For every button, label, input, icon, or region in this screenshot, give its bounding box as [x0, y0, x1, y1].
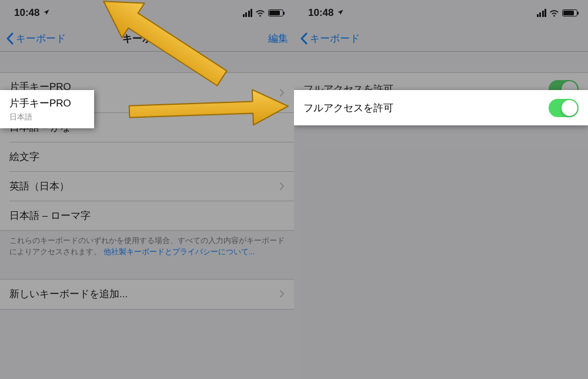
keyboard-row[interactable]: 日本語 – ローマ字 [0, 201, 294, 230]
footer-note: これらのキーボードのいずれかを使用する場合、すべての入力内容がキーボードによりア… [0, 231, 294, 258]
row-title: 英語（日本） [9, 179, 280, 193]
highlight-subtitle: 日本語 [9, 112, 85, 122]
status-bar: 10:48 [294, 0, 588, 26]
status-bar: 10:48 [0, 0, 294, 26]
dim-overlay [294, 0, 588, 379]
location-icon [43, 8, 50, 18]
highlight-keyboard-row: 片手キーPRO 日本語 [0, 90, 94, 128]
chevron-right-icon [280, 89, 285, 97]
nav-bar: キーボード [294, 26, 588, 52]
left-screen: 10:48 キーボード キーボード 編集 [0, 0, 294, 379]
highlight-title: 片手キーPRO [9, 97, 85, 110]
battery-icon [268, 9, 283, 16]
edit-button[interactable]: 編集 [268, 32, 288, 45]
row-title: 絵文字 [9, 150, 285, 164]
back-button[interactable]: キーボード [6, 32, 66, 45]
highlight-full-access-row: フルアクセスを許可 [294, 90, 588, 125]
wifi-icon [255, 8, 265, 18]
right-screen: 10:48 キーボード フルア [294, 0, 588, 379]
status-time: 10:48 [308, 7, 333, 19]
row-title: 新しいキーボードを追加... [9, 287, 280, 301]
highlight-label: フルアクセスを許可 [303, 101, 393, 115]
location-icon [337, 8, 344, 18]
back-button[interactable]: キーボード [300, 32, 360, 45]
keyboard-row[interactable]: 絵文字 [0, 142, 294, 171]
add-keyboard-group: 新しいキーボードを追加... [0, 279, 294, 310]
chevron-right-icon [280, 290, 285, 298]
wifi-icon [549, 8, 559, 18]
status-time: 10:48 [14, 7, 39, 19]
chevron-left-icon [6, 32, 14, 45]
keyboard-row[interactable]: 英語（日本） [0, 171, 294, 201]
row-title: 日本語 – ローマ字 [9, 209, 285, 222]
add-keyboard-row[interactable]: 新しいキーボードを追加... [0, 280, 294, 309]
cellular-signal-icon [537, 9, 547, 17]
cellular-signal-icon [243, 9, 253, 17]
privacy-link[interactable]: 他社製キーボードとプライバシーについて... [103, 247, 255, 256]
nav-bar: キーボード キーボード 編集 [0, 26, 294, 52]
back-label: キーボード [310, 32, 360, 45]
chevron-right-icon [280, 182, 285, 190]
page-title: キーボード [122, 32, 172, 45]
chevron-left-icon [300, 32, 308, 45]
full-access-toggle-highlight[interactable] [549, 99, 579, 117]
back-label: キーボード [16, 32, 66, 45]
battery-icon [562, 9, 577, 16]
